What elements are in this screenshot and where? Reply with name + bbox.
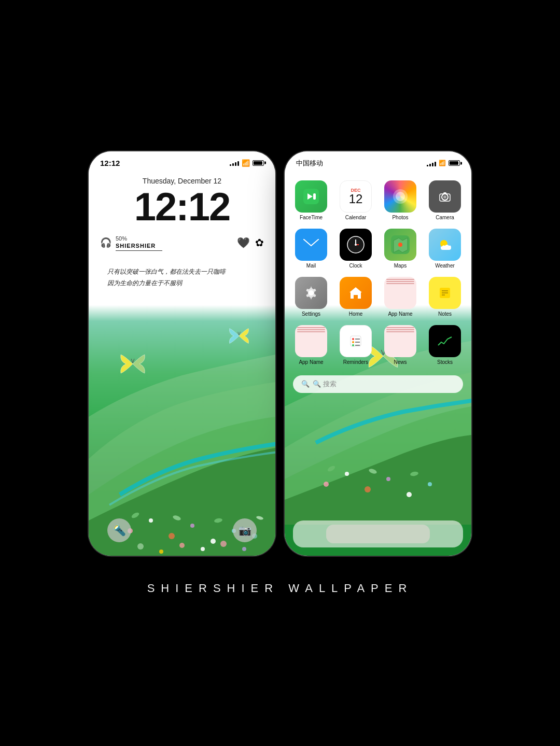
svg-line-18 [133, 359, 134, 363]
app-notes[interactable]: Notes [423, 273, 467, 321]
home-status-bar: 中国移动 📶 [285, 151, 471, 168]
app-clock[interactable]: Clock [333, 224, 378, 273]
app-mail[interactable]: Mail [289, 224, 333, 273]
svg-point-7 [159, 550, 163, 554]
photos-label: Photos [392, 215, 408, 220]
photos-icon [384, 180, 416, 213]
svg-point-23 [365, 486, 371, 492]
clock-icon [340, 229, 372, 261]
svg-rect-51 [351, 336, 361, 346]
lock-media-widget: 🎧 50% SHIERSHIER 🖤 ✿ [100, 235, 264, 251]
dock [293, 520, 463, 547]
flashlight-button[interactable]: 🔦 [107, 518, 131, 542]
reminders-icon [340, 325, 372, 357]
svg-point-52 [352, 338, 354, 340]
svg-line-19 [238, 332, 239, 335]
svg-point-21 [324, 482, 329, 487]
media-controls: 🖤 ✿ [237, 236, 264, 249]
app-appname1[interactable]: App Name [378, 273, 423, 321]
media-name: SHIERSHIER [116, 242, 162, 249]
reminders-label: Reminders [343, 359, 368, 365]
camera-icon: 📷 [239, 524, 251, 537]
app-photos[interactable]: Photos [378, 176, 423, 224]
phones-container: 12:12 📶 Thuesday, December 12 [89, 151, 471, 556]
app-reminders[interactable]: Reminders [333, 321, 378, 369]
svg-point-44 [398, 243, 402, 247]
time-display: 12:12 [100, 159, 120, 167]
app-stocks[interactable]: Stocks [423, 321, 467, 369]
weather-icon [429, 229, 461, 261]
app-home[interactable]: Home [333, 273, 378, 321]
app-appname2[interactable]: App Name [289, 321, 333, 369]
home-icon [340, 277, 372, 309]
svg-point-8 [179, 543, 185, 548]
notes-icon [429, 277, 461, 309]
wifi-icon: 📶 [242, 159, 250, 167]
flashlight-icon: 🔦 [113, 524, 126, 537]
appname1-icon [384, 277, 416, 309]
clock-label: Clock [349, 263, 362, 269]
svg-point-6 [137, 543, 144, 550]
app-maps[interactable]: Maps [378, 224, 423, 273]
appname2-label: App Name [299, 359, 323, 365]
app-facetime[interactable]: FaceTime [289, 176, 333, 224]
home-screen-phone: 中国移动 📶 [285, 151, 471, 556]
calendar-icon: DEC 12 [340, 180, 372, 213]
svg-point-9 [201, 547, 205, 551]
flower-icon: ✿ [255, 236, 264, 249]
quote-line2: 因为生命的力量在于不服弱 [107, 278, 257, 289]
lock-screen-phone: 12:12 📶 Thuesday, December 12 [89, 151, 275, 556]
svg-point-22 [345, 472, 349, 476]
svg-point-36 [443, 195, 446, 199]
home-app-label: Home [349, 311, 363, 317]
app-camera[interactable]: Camera [423, 176, 467, 224]
svg-point-26 [428, 482, 432, 486]
svg-line-17 [131, 359, 133, 363]
maps-icon [384, 229, 416, 261]
facetime-label: FaceTime [300, 215, 323, 220]
search-bar[interactable]: 🔍 🔍 搜索 [293, 375, 463, 393]
stocks-label: Stocks [437, 359, 453, 365]
status-bar: 12:12 📶 [89, 151, 275, 167]
stocks-icon [429, 325, 461, 357]
settings-label: Settings [302, 311, 320, 317]
calendar-label: Calendar [345, 215, 367, 220]
signal-icon [230, 160, 239, 166]
quote-line1: 只有以突破一张白气，都在法失去一只咖啡 [107, 266, 257, 278]
app-settings[interactable]: Settings [289, 273, 333, 321]
maps-label: Maps [394, 263, 407, 269]
facetime-icon [295, 180, 327, 213]
appname2-icon [295, 325, 327, 357]
home-signal-icon [427, 160, 436, 166]
news-label: News [394, 359, 407, 365]
home-wifi-icon: 📶 [439, 160, 446, 166]
media-info: 50% SHIERSHIER [116, 235, 162, 251]
camera-label: Camera [436, 215, 454, 220]
camera-icon-box [429, 180, 461, 213]
lock-quote: 只有以突破一张白气，都在法失去一只咖啡 因为生命的力量在于不服弱 [107, 266, 257, 289]
lock-bottom-controls[interactable]: 🔦 📷 [89, 518, 275, 542]
weather-label: Weather [435, 263, 455, 269]
app-calendar[interactable]: DEC 12 Calendar [333, 176, 378, 224]
svg-point-42 [355, 244, 357, 246]
mail-icon [295, 229, 327, 261]
cal-day: 12 [349, 193, 363, 205]
battery-icon [253, 160, 264, 166]
branding-text: SHIERSHIER WALLPAPER [147, 582, 413, 595]
status-icons: 📶 [230, 159, 264, 167]
media-percent: 50% [116, 235, 162, 242]
home-carrier: 中国移动 [296, 159, 323, 168]
butterfly-right [229, 328, 249, 344]
notes-label: Notes [438, 311, 452, 317]
home-battery-icon [449, 160, 460, 166]
mail-label: Mail [306, 263, 316, 269]
app-weather[interactable]: Weather [423, 224, 467, 273]
svg-point-11 [242, 547, 246, 551]
camera-button[interactable]: 📷 [233, 518, 257, 542]
heart-icon: 🖤 [237, 236, 250, 249]
app-news[interactable]: News [378, 321, 423, 369]
lock-time: 12:12 [89, 187, 275, 227]
svg-point-25 [407, 492, 412, 497]
headphone-icon: 🎧 [100, 237, 111, 248]
home-status-icons: 📶 [427, 160, 460, 166]
